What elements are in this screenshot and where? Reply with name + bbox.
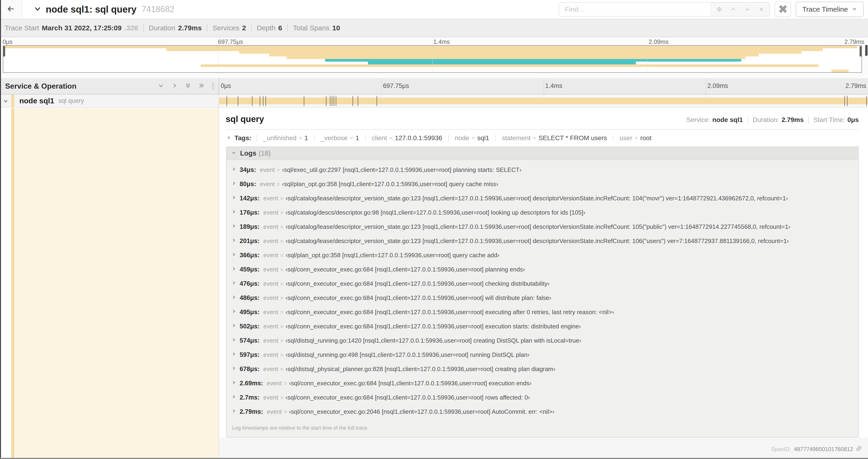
expand-one-icon[interactable]	[171, 82, 178, 90]
collapse-trace-icon[interactable]	[34, 5, 41, 14]
log-row[interactable]: 2.69ms:event=‹sql/conn_executor_exec.go:…	[231, 376, 854, 390]
logs-list: 34μs:event=‹sql/exec_util.go:2297 [nsql1…	[226, 160, 858, 437]
tag-value: 127.0.0.1:59936	[395, 134, 442, 142]
log-marker[interactable]	[866, 96, 867, 106]
trace-view-selector[interactable]: Trace Timeline	[796, 2, 864, 17]
back-button[interactable]	[0, 0, 22, 19]
log-row[interactable]: 80μs:event=‹sql/plan_opt.go:358 [nsql1,c…	[231, 177, 854, 191]
log-marker[interactable]	[844, 96, 845, 106]
chevron-right-icon	[231, 337, 236, 344]
log-marker[interactable]	[336, 96, 336, 106]
service-operation-title: Service & Operation	[5, 82, 76, 91]
span-collapse-icon[interactable]	[0, 98, 11, 104]
tick-label: 697.75μs	[381, 82, 409, 90]
log-row[interactable]: 486μs:event=‹sql/conn_executor_exec.go:6…	[231, 291, 854, 305]
timeline-gridline	[544, 78, 544, 94]
log-marker[interactable]	[252, 96, 252, 106]
log-field-value: ‹sql/conn_executor_exec.go:684 [nsql1,cl…	[286, 394, 530, 401]
log-marker[interactable]	[330, 96, 331, 106]
logs-footer-note: Log timestamps are relative to the start…	[231, 419, 854, 436]
log-field-value: ‹sql/conn_executor_exec.go:2046 [nsql1,c…	[289, 408, 554, 415]
log-row[interactable]: 201μs:event=‹sql/catalog/lease/descripto…	[231, 234, 854, 248]
log-marker[interactable]	[358, 96, 358, 106]
log-row[interactable]: 34μs:event=‹sql/exec_util.go:2297 [nsql1…	[231, 163, 854, 177]
tick-label: 2.79ms	[845, 82, 868, 90]
tag-item: user=root	[613, 134, 657, 142]
log-timestamp: 678μs:	[240, 365, 260, 373]
tag-equals: =	[635, 135, 638, 141]
chevron-down-icon	[852, 5, 857, 13]
column-resize-grip[interactable]	[212, 83, 214, 90]
log-equals: =	[277, 181, 280, 188]
log-row[interactable]: 476μs:event=‹sql/conn_executor_exec.go:6…	[231, 276, 854, 291]
collapse-controls	[157, 82, 212, 90]
log-row[interactable]: 459μs:event=‹sql/conn_executor_exec.go:6…	[231, 262, 854, 276]
log-marker[interactable]	[260, 96, 260, 106]
log-marker[interactable]	[266, 96, 266, 106]
meta-value: 10	[332, 24, 340, 32]
log-field-key: event	[260, 181, 275, 188]
meta-item: Trace StartMarch 31 2022, 17:25:09.326	[5, 24, 138, 32]
minimap-right-handle[interactable]	[860, 46, 862, 57]
find-input[interactable]	[559, 3, 711, 16]
log-timestamp: 189μs:	[240, 223, 260, 230]
log-timestamp: 366μs:	[240, 252, 260, 259]
log-marker[interactable]	[238, 96, 238, 106]
minimap-span-bar	[368, 62, 636, 64]
log-row[interactable]: 189μs:event=‹sql/catalog/lease/descripto…	[231, 220, 854, 234]
log-field-value: ‹sql/conn_executor_exec.go:684 [nsql1,cl…	[286, 308, 614, 316]
log-equals: =	[280, 224, 283, 230]
span-row[interactable]: node sql1 sql query	[0, 94, 868, 108]
minimap-left-handle[interactable]	[3, 46, 5, 57]
chevron-down-icon	[231, 150, 236, 156]
spanid-value: 4877749850101760812	[794, 446, 853, 453]
log-row[interactable]: 597μs:event=‹sql/distsql_running.go:498 …	[231, 348, 854, 362]
log-row[interactable]: 176μs:event=‹sql/catalog/descs/descripto…	[231, 205, 854, 220]
clear-find-icon[interactable]	[758, 6, 765, 13]
log-row[interactable]: 495μs:event=‹sql/conn_executor_exec.go:6…	[231, 305, 854, 319]
minimap-canvas[interactable]	[3, 45, 862, 73]
log-equals: =	[280, 281, 283, 287]
log-row[interactable]: 2.79ms:event=‹sql/conn_executor_exec.go:…	[231, 405, 854, 419]
log-marker[interactable]	[334, 96, 334, 106]
log-equals: =	[280, 238, 283, 244]
log-row[interactable]: 142μs:event=‹sql/catalog/lease/descripto…	[231, 191, 854, 205]
log-row[interactable]: 502μs:event=‹sql/conn_executor_exec.go:6…	[231, 319, 854, 333]
log-row[interactable]: 678μs:event=‹sql/distsql_physical_planne…	[231, 362, 854, 376]
prev-result-icon[interactable]	[730, 6, 737, 13]
log-marker[interactable]	[332, 96, 332, 106]
trace-meta-bar: Trace StartMarch 31 2022, 17:25:09.326Du…	[0, 19, 868, 37]
log-field-key: event	[264, 252, 278, 259]
log-marker[interactable]	[304, 96, 304, 106]
log-marker[interactable]	[377, 96, 377, 106]
log-marker[interactable]	[263, 96, 264, 106]
log-row[interactable]: 2.7ms:event=‹sql/conn_executor_exec.go:6…	[231, 390, 854, 405]
log-row[interactable]: 366μs:event=‹sql/plan_opt.go:358 [nsql1,…	[231, 248, 854, 262]
logs-accordion-header[interactable]: Logs (18)	[226, 146, 858, 160]
link-icon[interactable]	[856, 446, 862, 453]
chevron-right-icon	[231, 408, 236, 415]
log-marker[interactable]	[326, 96, 327, 106]
log-timestamp: 2.7ms:	[240, 394, 260, 401]
span-row-left: node sql1 sql query	[0, 94, 219, 107]
log-field-key: event	[264, 323, 278, 330]
log-row[interactable]: 574μs:event=‹sql/distsql_running.go:1420…	[231, 333, 854, 348]
tag-equals: =	[533, 135, 536, 141]
span-timeline-track[interactable]	[219, 94, 868, 107]
tags-label: Tags:	[235, 134, 251, 142]
log-marker[interactable]	[226, 96, 227, 106]
log-marker[interactable]	[352, 96, 353, 106]
tags-accordion[interactable]: Tags: _unfinished=1_verbose=1client=127.…	[219, 130, 868, 145]
log-equals: =	[280, 338, 283, 344]
expand-all-icon[interactable]	[198, 82, 205, 90]
meta-value: 6	[278, 24, 282, 32]
vertical-scrollbar-thumb[interactable]	[865, 45, 868, 56]
locate-icon[interactable]	[716, 6, 723, 13]
log-timestamp: 486μs:	[240, 294, 260, 302]
collapse-one-icon[interactable]	[157, 82, 164, 90]
keyboard-shortcuts-button[interactable]: ⌘	[775, 2, 791, 17]
next-result-icon[interactable]	[744, 6, 751, 13]
collapse-all-icon[interactable]	[185, 82, 192, 90]
span-operation-name: sql query	[58, 97, 84, 104]
log-marker[interactable]	[847, 96, 847, 106]
